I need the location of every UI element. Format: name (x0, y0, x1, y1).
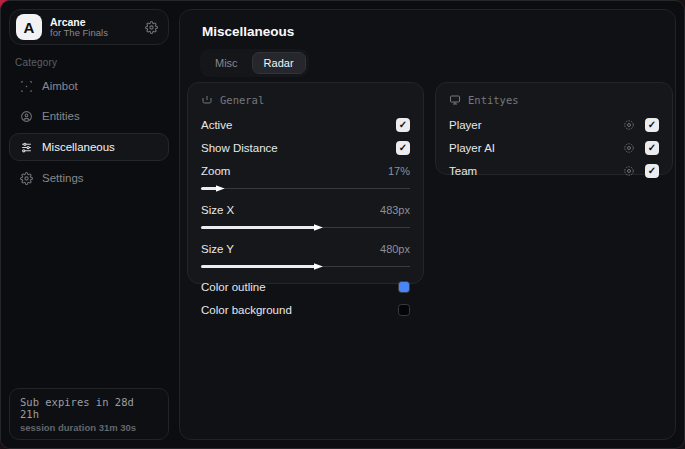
size-x-label: Size X (201, 204, 234, 216)
gear-icon[interactable] (623, 142, 635, 154)
tab-bar: Misc Radar (200, 49, 309, 77)
sidebar-item-label: Entities (42, 110, 80, 122)
player-checkbox[interactable]: ✓ (645, 118, 659, 132)
slider-fill (201, 226, 316, 229)
sidebar-item-label: Settings (42, 172, 84, 184)
app-logo: A (16, 14, 42, 40)
panels-area: General Active ✓ Show Distance ✓ Zoom 17… (187, 82, 668, 431)
gear-icon[interactable] (623, 165, 635, 177)
sidebar: A Arcane for The Finals Category (1, 1, 176, 448)
gear-icon[interactable] (623, 119, 635, 131)
show-distance-label: Show Distance (201, 142, 278, 154)
show-distance-row: Show Distance ✓ (201, 138, 410, 158)
active-row: Active ✓ (201, 115, 410, 135)
zoom-value: 17% (388, 165, 410, 177)
player-label: Player (449, 119, 482, 131)
color-background-row: Color background (201, 300, 410, 320)
player-ai-label: Player AI (449, 142, 495, 154)
page-title: Miscellaneous (202, 24, 655, 39)
gear-icon[interactable] (145, 21, 158, 34)
sub-expiry-text: Sub expires in 28d 21h (20, 396, 158, 420)
app-meta: Arcane for The Finals (50, 16, 137, 39)
size-y-value: 480px (380, 243, 410, 255)
sidebar-item-label: Miscellaneous (42, 141, 115, 153)
main-content: Miscellaneous Misc Radar General (179, 9, 676, 440)
entities-panel-header: Entityes (449, 94, 659, 106)
zoom-slider[interactable] (201, 183, 410, 193)
sidebar-item-settings[interactable]: Settings (9, 165, 169, 191)
zoom-label: Zoom (201, 165, 230, 177)
color-outline-label: Color outline (201, 281, 266, 293)
general-panel-header: General (201, 94, 410, 106)
color-outline-row: Color outline (201, 277, 410, 297)
color-outline-swatch[interactable] (398, 281, 410, 293)
general-panel-title: General (220, 94, 264, 106)
slider-fill (201, 265, 316, 268)
app-name: Arcane (50, 16, 137, 28)
slider-handle[interactable] (314, 223, 323, 232)
session-duration-text: session duration 31m 30s (20, 422, 158, 433)
entities-icon (20, 110, 33, 123)
tab-misc[interactable]: Misc (203, 52, 250, 74)
size-x-value: 483px (380, 204, 410, 216)
sidebar-item-label: Aimbot (42, 80, 78, 92)
slider-fill (201, 187, 218, 190)
sidebar-item-aimbot[interactable]: Aimbot (9, 73, 169, 99)
player-ai-row: Player AI ✓ (449, 138, 659, 158)
size-y-slider[interactable] (201, 261, 410, 271)
color-background-swatch[interactable] (398, 304, 410, 316)
gear-icon (20, 172, 33, 185)
sidebar-item-entities[interactable]: Entities (9, 103, 169, 129)
app-window: A Arcane for The Finals Category (0, 0, 685, 449)
active-label: Active (201, 119, 232, 131)
app-header-card: A Arcane for The Finals (9, 9, 169, 45)
size-x-slider[interactable] (201, 222, 410, 232)
entities-panel-title: Entityes (468, 94, 519, 106)
general-panel: General Active ✓ Show Distance ✓ Zoom 17… (187, 82, 424, 284)
subscription-card: Sub expires in 28d 21h session duration … (9, 388, 169, 440)
show-distance-checkbox[interactable]: ✓ (396, 141, 410, 155)
team-checkbox[interactable]: ✓ (645, 164, 659, 178)
sidebar-nav: Aimbot Entities (9, 73, 169, 191)
app-subtitle: for The Finals (50, 28, 137, 39)
size-x-row: Size X 483px (201, 200, 410, 220)
crosshair-icon (20, 80, 33, 93)
team-label: Team (449, 165, 477, 177)
slider-handle[interactable] (314, 262, 323, 271)
player-row: Player ✓ (449, 115, 659, 135)
category-label: Category (15, 57, 57, 68)
active-checkbox[interactable]: ✓ (396, 118, 410, 132)
color-background-label: Color background (201, 304, 292, 316)
size-y-row: Size Y 480px (201, 239, 410, 259)
slider-track (201, 188, 410, 189)
size-y-label: Size Y (201, 243, 234, 255)
sliders-icon (20, 141, 33, 154)
slider-handle[interactable] (216, 184, 225, 193)
player-ai-checkbox[interactable]: ✓ (645, 141, 659, 155)
team-row: Team ✓ (449, 161, 659, 181)
tab-radar[interactable]: Radar (252, 52, 306, 74)
general-icon (201, 94, 213, 106)
zoom-row: Zoom 17% (201, 161, 410, 181)
entities-panel: Entityes Player ✓ Player AI (435, 82, 673, 175)
sidebar-item-miscellaneous[interactable]: Miscellaneous (9, 133, 169, 161)
monitor-icon (449, 94, 461, 106)
